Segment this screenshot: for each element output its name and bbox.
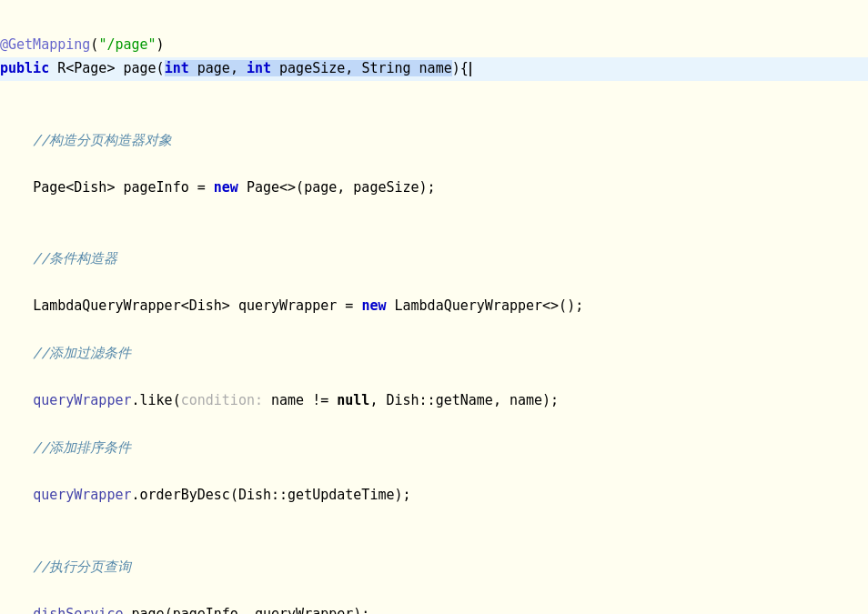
line-comment3: //添加过滤条件: [0, 342, 868, 366]
line-signature: public R<Page> page(int page, int pageSi…: [0, 57, 868, 81]
line-comment4: //添加排序条件: [0, 437, 868, 460]
line-service: dishService.page(pageInfo, queryWrapper)…: [0, 603, 868, 615]
line-comment5: //执行分页查询: [0, 556, 868, 579]
line-pageinfo: Page<Dish> pageInfo = new Page<>(page, p…: [0, 176, 868, 200]
line-annotation: @GetMapping("/page"): [0, 36, 165, 53]
line-querywrapper: LambdaQueryWrapper<Dish> queryWrapper = …: [0, 295, 868, 318]
code-editor: @GetMapping("/page") public R<Page> page…: [0, 0, 868, 614]
line-comment2: //条件构造器: [0, 247, 868, 271]
line-order: queryWrapper.orderByDesc(Dish::getUpdate…: [0, 484, 868, 508]
line-like: queryWrapper.like(condition: name != nul…: [0, 389, 868, 413]
line-comment1: //构造分页构造器对象: [0, 129, 868, 153]
